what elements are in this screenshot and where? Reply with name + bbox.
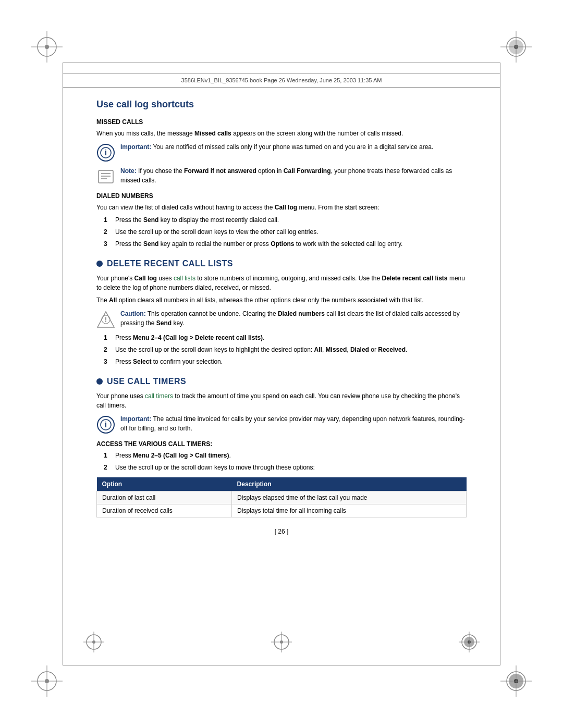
caution-body: This operation cannot be undone. Clearin… — [120, 310, 460, 327]
dialed-step-3: 3 Press the Send key again to redial the… — [104, 239, 467, 249]
reg-line-left — [63, 63, 63, 665]
header-bar: 3586i.ENv1_BIL_9356745.book Page 26 Wedn… — [63, 73, 500, 88]
note-text: Note: If you chose the Forward if not an… — [120, 166, 467, 185]
timer-step-1: 1 Press Menu 2–5 (Call log > Call timers… — [104, 451, 467, 460]
missed-calls-body: When you miss calls, the message Missed … — [96, 129, 467, 138]
access-call-timers-heading: ACCESS THE VARIOUS CALL TIMERS: — [96, 440, 467, 448]
dialed-numbers-heading: DIALED NUMBERS — [96, 192, 467, 200]
dialed-step-2: 2 Use the scroll up or the scroll down k… — [104, 227, 467, 237]
bottom-mark-1 — [83, 632, 104, 652]
note-label: Note: — [120, 167, 137, 175]
page: 3586i.ENv1_BIL_9356745.book Page 26 Wedn… — [0, 0, 563, 728]
missed-calls-heading: MISSED CALLS — [96, 118, 467, 126]
bullet-dot-timers — [96, 378, 103, 385]
table-body: Duration of last call Displays elapsed t… — [97, 491, 467, 517]
important-icon-timers: i — [96, 415, 115, 434]
call-timers-table: Option Description Duration of last call… — [96, 477, 467, 517]
svg-point-8 — [509, 40, 523, 54]
reg-line-bottom — [63, 665, 500, 665]
delete-step-2: 2 Use the scroll up or the scroll down k… — [104, 345, 467, 354]
description-cell-2: Displays total time for all incoming cal… — [232, 504, 467, 517]
section-title: Use call log shortcuts — [96, 99, 467, 110]
delete-step-3: 3 Press Select to confirm your selection… — [104, 357, 467, 366]
table-header-row: Option Description — [97, 477, 467, 491]
note-body: If you chose the Forward if not answered… — [120, 167, 452, 184]
bullet-dot-delete — [96, 261, 103, 267]
bottom-mark-3 — [459, 632, 480, 652]
important-icon: i — [96, 143, 115, 162]
corner-mark-bottom-right — [500, 665, 532, 697]
dialed-step-1: 1 Press the Send key to display the most… — [104, 215, 467, 225]
use-call-timers-heading-container: USE CALL TIMERS — [96, 377, 467, 386]
call-timers-steps: 1 Press Menu 2–5 (Call log > Call timers… — [104, 451, 467, 472]
important-timers-label: Important: — [120, 415, 151, 423]
note-missed: Note: If you chose the Forward if not an… — [96, 166, 467, 186]
delete-recent-steps: 1 Press Menu 2–4 (Call log > Delete rece… — [104, 333, 467, 366]
col-description-header: Description — [232, 477, 467, 491]
delete-recent-body2: The All option clears all numbers in all… — [96, 295, 467, 305]
delete-recent-heading: DELETE RECENT CALL LISTS — [107, 259, 233, 268]
note-icon — [96, 167, 115, 186]
important-note-timers: i Important: The actual time invoiced fo… — [96, 414, 467, 434]
reg-line-right — [500, 63, 500, 665]
corner-mark-top-left — [31, 31, 63, 63]
dialed-numbers-steps: 1 Press the Send key to display the most… — [104, 215, 467, 249]
timer-step-2: 2 Use the scroll up or the scroll down k… — [104, 463, 467, 472]
corner-mark-top-right — [500, 31, 532, 63]
important-body: You are notified of missed calls only if… — [153, 143, 433, 151]
corner-mark-bottom-left — [31, 665, 63, 697]
caution-text: Caution: This operation cannot be undone… — [120, 309, 467, 328]
call-timers-body: Your phone uses call timers to track the… — [96, 391, 467, 410]
page-number: [ 26 ] — [96, 528, 467, 535]
header-text: 3586i.ENv1_BIL_9356745.book Page 26 Wedn… — [181, 77, 382, 83]
important-timers-body: The actual time invoiced for calls by yo… — [120, 415, 465, 432]
dialed-numbers-body: You can view the list of dialed calls wi… — [96, 203, 467, 212]
delete-recent-body1: Your phone's Call log uses call lists to… — [96, 274, 467, 292]
svg-text:i: i — [105, 421, 107, 429]
caution-icon: ! — [96, 310, 115, 329]
table-row: Duration of received calls Displays tota… — [97, 504, 467, 517]
delete-step-1: 1 Press Menu 2–4 (Call log > Delete rece… — [104, 333, 467, 342]
use-call-timers-heading: USE CALL TIMERS — [107, 377, 186, 386]
caution-note-delete: ! Caution: This operation cannot be undo… — [96, 309, 467, 329]
svg-text:!: ! — [105, 316, 107, 324]
important-note-missed: i Important: You are notified of missed … — [96, 142, 467, 162]
table-row: Duration of last call Displays elapsed t… — [97, 491, 467, 504]
bottom-mark-2 — [271, 632, 292, 652]
description-cell-1: Displays elapsed time of the last call y… — [232, 491, 467, 504]
delete-recent-heading-container: DELETE RECENT CALL LISTS — [96, 259, 467, 268]
col-option-header: Option — [97, 477, 232, 491]
important-note-timers-text: Important: The actual time invoiced for … — [120, 414, 467, 433]
reg-line-top — [63, 63, 500, 63]
important-label: Important: — [120, 143, 151, 151]
content-area: Use call log shortcuts MISSED CALLS When… — [96, 99, 467, 634]
caution-label: Caution: — [120, 310, 146, 317]
bottom-reg-row — [0, 632, 563, 652]
svg-text:i: i — [105, 149, 107, 157]
option-cell-2: Duration of received calls — [97, 504, 232, 517]
option-cell-1: Duration of last call — [97, 491, 232, 504]
important-note-text: Important: You are notified of missed ca… — [120, 142, 467, 152]
svg-rect-21 — [99, 170, 113, 183]
